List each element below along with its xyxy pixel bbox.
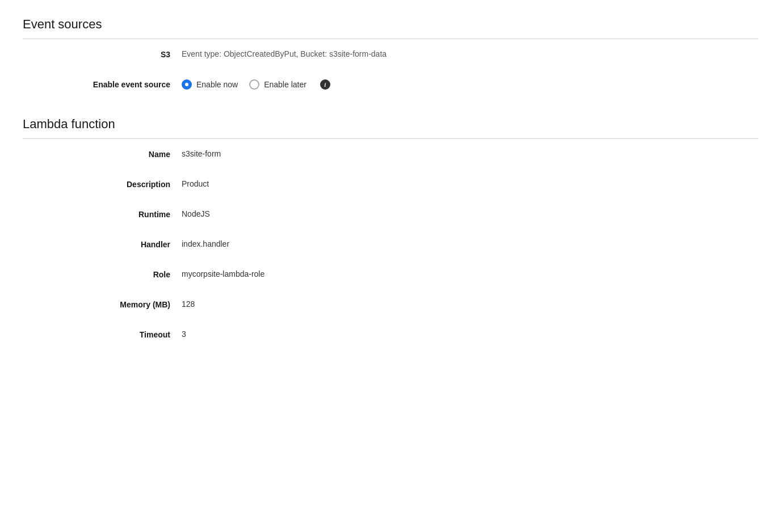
lambda-function-section: Lambda function Names3site-formDescripti… xyxy=(23,117,758,349)
enable-later-option[interactable]: Enable later xyxy=(249,79,306,90)
lambda-fields-container: Names3site-formDescriptionProductRuntime… xyxy=(23,139,758,349)
lambda-field-value: s3site-form xyxy=(182,149,758,158)
enable-now-option[interactable]: Enable now xyxy=(182,79,238,90)
lambda-field-value: Product xyxy=(182,179,758,188)
s3-event-text: Event type: ObjectCreatedByPut, Bucket: … xyxy=(182,49,758,58)
enable-event-source-label: Enable event source xyxy=(23,79,182,89)
enable-event-source-value: Enable now Enable later i xyxy=(182,79,758,90)
info-icon[interactable]: i xyxy=(320,79,330,90)
lambda-field-value: index.handler xyxy=(182,239,758,248)
lambda-field-label: Runtime xyxy=(23,209,182,219)
lambda-field-row: Rolemycorpsite-lambda-role xyxy=(23,259,758,289)
lambda-field-row: DescriptionProduct xyxy=(23,169,758,199)
lambda-field-label: Name xyxy=(23,149,182,159)
lambda-field-value: 3 xyxy=(182,330,758,339)
enable-now-label: Enable now xyxy=(196,80,238,89)
lambda-field-row: RuntimeNodeJS xyxy=(23,199,758,229)
enable-now-radio[interactable] xyxy=(182,79,192,90)
s3-row: S3 Event type: ObjectCreatedByPut, Bucke… xyxy=(23,39,758,69)
enable-later-label: Enable later xyxy=(264,80,306,89)
lambda-field-label: Timeout xyxy=(23,330,182,339)
s3-label: S3 xyxy=(23,49,182,59)
lambda-field-label: Memory (MB) xyxy=(23,299,182,309)
lambda-field-label: Role xyxy=(23,269,182,279)
lambda-field-value: NodeJS xyxy=(182,209,758,218)
lambda-function-title: Lambda function xyxy=(23,117,758,139)
lambda-field-value: mycorpsite-lambda-role xyxy=(182,269,758,278)
lambda-field-label: Handler xyxy=(23,239,182,249)
event-sources-title: Event sources xyxy=(23,17,758,39)
lambda-field-row: Memory (MB)128 xyxy=(23,289,758,319)
lambda-field-row: Timeout3 xyxy=(23,319,758,349)
lambda-field-label: Description xyxy=(23,179,182,189)
radio-group: Enable now Enable later i xyxy=(182,79,758,90)
lambda-field-row: Names3site-form xyxy=(23,139,758,169)
event-sources-section: Event sources S3 Event type: ObjectCreat… xyxy=(23,17,758,100)
enable-later-radio[interactable] xyxy=(249,79,259,90)
lambda-field-row: Handlerindex.handler xyxy=(23,229,758,259)
enable-event-source-row: Enable event source Enable now Enable la… xyxy=(23,69,758,100)
lambda-field-value: 128 xyxy=(182,299,758,309)
